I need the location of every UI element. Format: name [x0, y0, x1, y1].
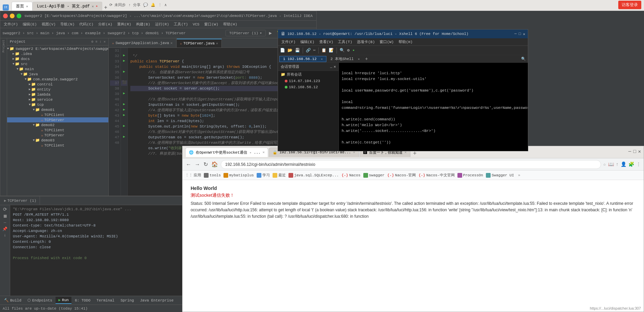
bookmark-processon[interactable]: ProcessOn [457, 173, 483, 178]
bottom-tab-terminal[interactable]: Terminal [94, 297, 117, 304]
back-button[interactable]: ← [185, 161, 192, 168]
forward-button[interactable]: → [194, 161, 201, 168]
chrome-tab-openwrt[interactable]: 🌐 在OpenWrt中使用socket通信 - ... ✕ [185, 148, 268, 157]
bottom-tab-endpoints[interactable]: ⬡ Endpoints [25, 297, 55, 304]
tree-item-demo03[interactable]: ▼ 📁 demo03 [7, 138, 108, 143]
xshell-close-icon[interactable]: ✕ [523, 32, 525, 36]
tree-item-idea[interactable]: ▶ 📁 .idea [7, 51, 108, 56]
tree-item-main[interactable]: ▼ 📁 main [7, 66, 108, 72]
tree-item-service[interactable]: ▶ 📁 service [7, 97, 108, 102]
reload-button[interactable]: ↻ [203, 160, 209, 168]
profile-icon[interactable]: 👤 [621, 161, 626, 167]
tree-item-tcpserver2[interactable]: ☕ TCPServer [7, 133, 108, 138]
xshell-minimize-icon[interactable]: ─ [514, 32, 517, 36]
bookmark-tools[interactable]: tools [204, 173, 221, 178]
menu-refactor[interactable]: 重构(R) [115, 21, 133, 27]
bottom-tab-javaee[interactable]: Java Enterprise [137, 297, 176, 304]
run-config-selector[interactable]: TCPServer (1) ▾ [226, 30, 265, 36]
xshell-menu-file[interactable]: 文件(F) [279, 39, 298, 45]
bookmarks-more-icon[interactable]: » [518, 173, 520, 177]
xshell-sidebar-minimize[interactable]: _ [330, 64, 332, 69]
address-bar[interactable] [221, 160, 601, 169]
xshell-paste-icon[interactable]: 📝 [328, 47, 335, 54]
browser-menu-icon[interactable]: ⋮ [636, 161, 641, 167]
xshell-menu-help[interactable]: 帮助(H) [396, 39, 415, 45]
session-all[interactable]: 📁 所有会话 [278, 71, 339, 78]
xshell-connect-icon[interactable]: 🔗 [305, 47, 312, 54]
rerun-icon[interactable]: ⟳ [3, 207, 7, 212]
tree-item-tcpclient3[interactable]: ☕ TCPClient [7, 143, 108, 148]
xshell-menu-tools[interactable]: 工具(T) [336, 39, 354, 45]
bookmark-java-sql[interactable]: java.sql.SQLExcep... [288, 173, 339, 178]
menu-navigate[interactable]: 导航(N) [58, 21, 77, 27]
tree-item-demo01[interactable]: ▼ 📁 demo01 [7, 107, 108, 112]
bookmark-nacos[interactable]: {-} Nacos [342, 173, 361, 177]
tab-swagger2application[interactable]: ☕ Swagger2Application.java ✕ [109, 39, 176, 47]
menu-window[interactable]: 窗口(W) [202, 21, 220, 27]
xshell-tab1-close[interactable]: ✕ [321, 58, 323, 61]
bookmark-star-icon[interactable]: ☆ [603, 161, 606, 167]
bottom-tab-run[interactable]: ▶ Run [56, 297, 71, 304]
browser-minimize-icon[interactable]: ─ [628, 149, 631, 154]
tab-close-swagger2[interactable]: ✕ [170, 41, 172, 45]
min-btn[interactable] [10, 14, 15, 18]
tree-item-com-example[interactable]: ▼ 📁 com.example.swagger2 [7, 77, 108, 82]
tab-close-home[interactable]: ✕ [26, 4, 28, 8]
menu-vcs[interactable]: VCS [191, 22, 201, 27]
xshell-menu-window[interactable]: 窗口(W) [378, 39, 396, 45]
reader-icon[interactable]: 📖 [608, 161, 614, 167]
visit-button[interactable]: 访客登录 [618, 1, 641, 9]
run-icon[interactable]: ▶ [268, 30, 273, 37]
extensions-icon[interactable]: 🧩 [628, 161, 634, 167]
tab-tcpserver[interactable]: ☕ TCPServer.java ✕ [177, 39, 222, 47]
bookmark-learn[interactable]: 学习 [257, 173, 270, 178]
bottom-tab-todo[interactable]: 6: TODO [72, 297, 93, 304]
tree-item-swagger2-root[interactable]: ▼ 📁 swagger2 E:\workspaces\IdeaProjects\… [7, 46, 108, 51]
bottom-tab-spring[interactable]: Spring [118, 297, 137, 304]
tree-item-tcp[interactable]: ▼ 📁 tcp [7, 102, 108, 107]
menu-analyze[interactable]: 分析(A) [96, 21, 114, 27]
tree-item-tcpclient2[interactable]: ☕ TCPClient [7, 128, 108, 133]
session-2[interactable]: 192.168.56.12 [278, 84, 339, 90]
bottom-tab-build[interactable]: 🔨 Build [1, 297, 24, 304]
bookmark-nacos-cn[interactable]: {-} Nacos-中文官网 [418, 173, 454, 178]
tree-item-control[interactable]: ▶ 📁 control [7, 82, 108, 87]
browser-maximize-icon[interactable]: □ [633, 149, 636, 154]
tree-item-tcpclient1[interactable]: ☕ TCPClient [7, 112, 108, 117]
xshell-settings-icon[interactable]: ⚙ [346, 47, 350, 54]
menu-help[interactable]: 帮助(H) [221, 21, 239, 27]
menu-build[interactable]: 构建(B) [134, 21, 152, 27]
xshell-newtab-btn[interactable]: + [365, 56, 368, 62]
xshell-search-sessions[interactable]: 🔍 [519, 55, 528, 62]
scroll-end-icon[interactable]: ↓ [4, 233, 6, 238]
tree-item-lambda[interactable]: ▶ 📁 lambda [7, 92, 108, 97]
xshell-save-icon[interactable]: 💾 [294, 47, 301, 54]
project-tab-label[interactable]: Project [2, 40, 5, 53]
chrome-tab-close-1[interactable]: ✕ [262, 150, 264, 154]
tree-item-demo02[interactable]: ▼ 📁 demo02 [7, 122, 108, 128]
bookmark-mybatisplus[interactable]: mybatisplus [223, 173, 254, 178]
bookmark-swaggerui[interactable]: Swagger UI [486, 173, 514, 178]
xshell-menu-view[interactable]: 查看(V) [317, 39, 336, 45]
tab-close-luci[interactable]: ✕ [92, 4, 94, 8]
xshell-open-icon[interactable]: 📂 [287, 47, 293, 54]
new-tab-button[interactable]: + [102, 4, 109, 11]
menu-tools[interactable]: 工具(T) [172, 21, 190, 27]
menu-view[interactable]: 视图(V) [40, 21, 58, 27]
bookmark-swagger[interactable]: swagger [363, 173, 385, 178]
xshell-disconnect-icon[interactable]: ✂ [313, 47, 316, 54]
tree-item-java[interactable]: ▼ 📁 java [7, 72, 108, 77]
menu-edit[interactable]: 编辑(E) [21, 21, 39, 27]
share-icon[interactable]: ↑ [616, 162, 619, 167]
xshell-new-icon[interactable]: 📄 [279, 47, 286, 54]
stop-icon[interactable]: ⏹ [3, 214, 7, 219]
bookmark-recent[interactable]: 最近 [273, 173, 286, 178]
session-1[interactable]: 114.67.104.123 [278, 78, 339, 84]
max-btn[interactable] [17, 14, 21, 18]
menu-run[interactable]: 运行(R) [153, 21, 171, 27]
xshell-sidebar-close[interactable]: ✕ [334, 64, 336, 69]
browser-close-icon[interactable]: ✕ [638, 149, 641, 154]
xshell-tab2-close[interactable]: ✕ [358, 58, 360, 61]
xshell-maximize-icon[interactable]: □ [519, 32, 521, 36]
close-btn[interactable] [3, 14, 8, 18]
